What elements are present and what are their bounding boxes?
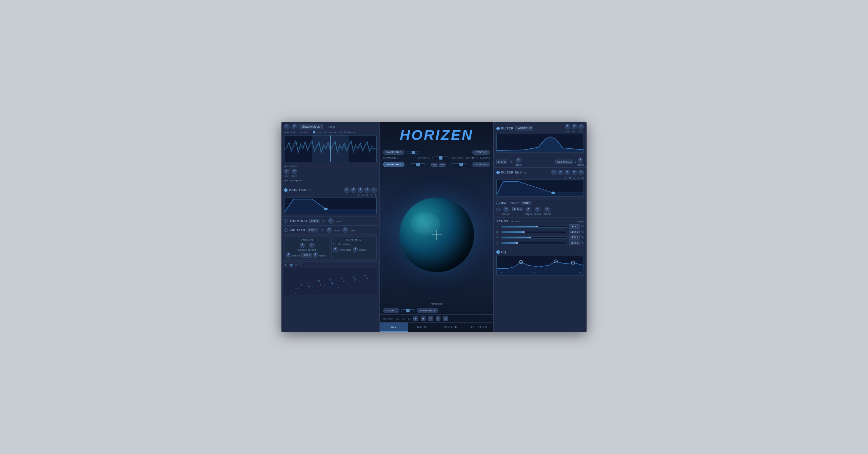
preset-display[interactable]: distantvoices	[299, 124, 323, 129]
sampler1-center-fader[interactable]	[410, 163, 426, 166]
unison-depth-knob[interactable]	[313, 252, 318, 258]
close-icon[interactable]: ✕	[284, 263, 287, 267]
grid-button[interactable]: ⊞	[443, 316, 448, 321]
wave-icon: ~	[295, 263, 297, 267]
sampler3-fader[interactable]	[407, 151, 420, 154]
rand-start-knob[interactable]	[284, 124, 290, 129]
sampler1-button[interactable]: SAMPLER 1	[383, 162, 405, 167]
send1-lfo-dropdown[interactable]: LFO 1	[569, 224, 580, 229]
fenv-r-knob[interactable]	[578, 170, 584, 175]
tab-mods[interactable]: MODS	[408, 323, 437, 332]
filter-power[interactable]	[496, 127, 500, 130]
fenv-d-knob[interactable]	[565, 170, 570, 175]
keymod-dropdown[interactable]: KEY MOD 1	[555, 160, 573, 164]
filter-freq-knob[interactable]	[572, 124, 577, 129]
send2-lfo-dropdown[interactable]: LFO 1	[569, 230, 580, 234]
sampler1-right-fader[interactable]	[451, 163, 467, 166]
tremolo-lfo-dropdown[interactable]: LFO 2	[309, 219, 320, 223]
twox-label[interactable]: 2X	[408, 317, 411, 320]
tremolo-power[interactable]	[284, 219, 288, 223]
synth2-button-top[interactable]: SYNTH 2	[472, 150, 490, 155]
loop-toggle[interactable]	[313, 131, 315, 133]
send3-edit-icon[interactable]: ✎	[581, 235, 584, 239]
sampler3-button[interactable]: SAMPLER 3	[383, 150, 405, 155]
send3-lfo-dropdown[interactable]: LFO 2	[569, 235, 580, 240]
stop-button[interactable]: ■	[421, 316, 426, 321]
unison-delune-knob[interactable]	[286, 252, 291, 258]
unison-amount-knob[interactable]	[300, 243, 305, 248]
fm-power[interactable]	[496, 202, 500, 205]
play-button[interactable]: ▶	[413, 316, 418, 321]
keymod-number[interactable]: 1	[575, 161, 576, 163]
send4-edit-icon[interactable]: ✎	[581, 241, 584, 245]
eq-power[interactable]	[496, 250, 500, 254]
send3-fader[interactable]	[501, 236, 568, 239]
tab-xy[interactable]: X/Y	[380, 323, 408, 332]
eq-display[interactable]: 20 1k 20k	[496, 255, 584, 275]
lfo2-depth-knob[interactable]	[516, 158, 521, 163]
planet-area[interactable]	[399, 168, 474, 301]
send4-fader[interactable]	[501, 242, 568, 244]
fm-shape-dropdown[interactable]: SINE	[521, 201, 531, 205]
send2-edit-icon[interactable]: ✎	[581, 230, 584, 234]
onex-label[interactable]: 1X	[402, 317, 405, 320]
fm-lfo-dropdown[interactable]: LFO 1	[512, 207, 523, 211]
tab-player[interactable]: PLAYER	[437, 323, 465, 332]
gain-env-power[interactable]	[284, 188, 288, 192]
loop-button[interactable]: ↻	[428, 316, 433, 321]
half-label[interactable]: 1/2	[396, 317, 399, 320]
gain-env-r-knob[interactable]	[371, 187, 377, 193]
settings-button[interactable]: ⚙	[436, 316, 440, 321]
vibrato-settings-icon[interactable]: ↺	[320, 228, 323, 232]
gain-env-s-knob[interactable]	[364, 187, 370, 193]
loop1-fader[interactable]	[401, 309, 415, 312]
vibrato-power[interactable]	[284, 228, 288, 232]
filter-env-power[interactable]	[496, 171, 500, 174]
unison-spread-knob[interactable]	[309, 243, 315, 248]
vibrato-lfo-dropdown[interactable]: LFO 1	[308, 228, 318, 232]
lfo2-dropdown[interactable]: LFO 2	[496, 160, 507, 164]
gain-env-d-knob[interactable]	[358, 187, 363, 193]
speed-knob[interactable]	[353, 247, 358, 252]
unison-lfo-dropdown[interactable]: LFO 1	[301, 253, 312, 257]
gain-env-h-knob[interactable]	[351, 187, 356, 193]
fenv-a-knob[interactable]	[551, 170, 557, 175]
fenv-h-knob[interactable]	[558, 170, 564, 175]
range-button[interactable]: ⚌ range	[325, 125, 335, 129]
vibrato-title: VIBRATO	[290, 228, 305, 232]
pitch-knob[interactable]	[292, 169, 297, 174]
tremolo-depth-knob[interactable]	[328, 218, 334, 224]
filter-env-knob[interactable]	[565, 124, 570, 129]
synth2-button-main[interactable]: SYNTH 2	[472, 162, 490, 167]
lfo2-edit-icon[interactable]: ✎	[510, 160, 513, 164]
tab-effects[interactable]: EFFECTS	[465, 323, 493, 332]
loop1-button[interactable]: LOOP 1	[383, 308, 399, 313]
fm-depth-knob[interactable]	[526, 207, 531, 212]
reverse-toggle[interactable]	[324, 131, 327, 133]
send1-edit-icon[interactable]: ✎	[581, 225, 584, 228]
vibrato-depth-knob[interactable]	[327, 227, 332, 233]
send1-fader[interactable]	[501, 226, 568, 228]
vibrato-offset-knob[interactable]	[342, 227, 348, 233]
pitch-track-toggle[interactable]	[339, 131, 342, 133]
sampler4-button[interactable]: SAMPLER 4	[417, 308, 438, 313]
synth1-fader[interactable]	[432, 157, 449, 159]
fm-amount-knob[interactable]	[504, 207, 509, 212]
root-note-knob[interactable]	[292, 124, 297, 129]
filter-type-dropdown[interactable]: LADDER LP	[515, 126, 533, 130]
fm-power2[interactable]	[496, 208, 500, 211]
filter-res-knob[interactable]	[578, 124, 584, 129]
gain-env-settings-icon[interactable]: ≡	[309, 188, 311, 192]
gain-env-a-knob[interactable]	[344, 187, 350, 193]
vol-knob[interactable]	[284, 169, 290, 174]
fm-detune-knob[interactable]	[545, 207, 550, 212]
mono-glide-knob[interactable]	[333, 247, 338, 252]
fm-octave-knob[interactable]	[535, 207, 540, 212]
fenv-s-knob[interactable]	[572, 170, 577, 175]
lfo2-depth-label: depth	[515, 164, 522, 166]
keymod-depth-knob[interactable]	[578, 158, 583, 163]
send2-fader[interactable]	[501, 231, 568, 233]
send4-lfo-dropdown[interactable]: LFO 3	[569, 241, 580, 245]
filter-env-settings-icon[interactable]: ≡	[525, 171, 527, 174]
tremolo-settings-icon[interactable]: ↺	[322, 219, 325, 223]
